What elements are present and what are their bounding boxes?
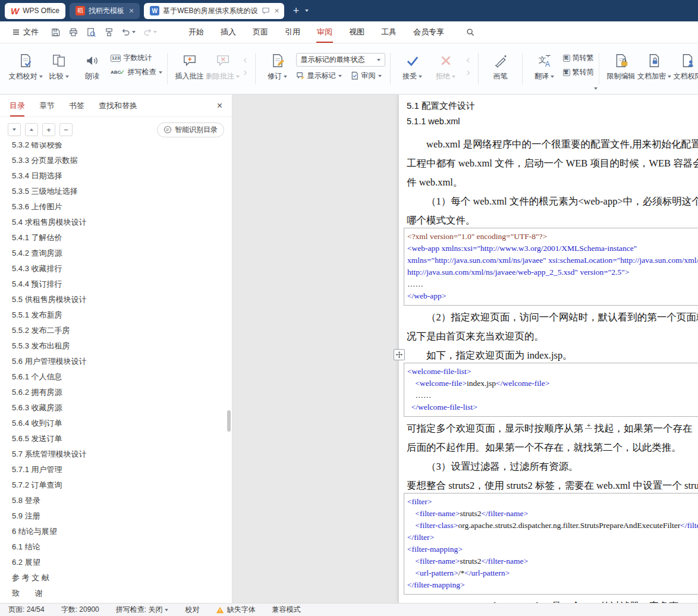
zoom-in-toc-button[interactable]: + — [42, 123, 55, 136]
search-button[interactable] — [466, 27, 475, 37]
toc-item[interactable]: 6 结论与展望 — [12, 524, 232, 539]
menu-tab-工具[interactable]: 工具 — [373, 21, 405, 43]
accept-change-button[interactable]: 接受 — [396, 46, 429, 81]
new-tab-button[interactable]: + — [288, 5, 304, 16]
smart-toc-button[interactable]: 智能识别目录 — [157, 122, 224, 137]
tab-list-dropdown-icon[interactable] — [305, 10, 309, 12]
save-button[interactable] — [48, 25, 62, 39]
toc-item[interactable]: 5.6.5 发送订单 — [12, 431, 232, 447]
toc-item[interactable]: 5.5 供租售房模块设计 — [12, 292, 232, 307]
toc-item[interactable]: 5.7 系统管理模块设计 — [12, 447, 232, 462]
toc-item[interactable]: 5.5.1 发布新房 — [12, 307, 232, 323]
docer-template-tab[interactable]: 稻 找稻壳模板 × — [70, 3, 140, 19]
compat-mode-indicator[interactable]: 兼容模式 — [272, 605, 300, 615]
toc-item[interactable]: 5.6 用户管理模块设计 — [12, 354, 232, 369]
collapse-all-button[interactable] — [8, 123, 21, 136]
toc-item[interactable]: 6.2 展望 — [12, 555, 232, 570]
toc-item[interactable]: 6.1 结论 — [12, 539, 232, 555]
doc-encrypt-button[interactable]: 文档加密 — [638, 46, 671, 81]
expand-all-button[interactable] — [25, 123, 38, 136]
menu-tab-插入[interactable]: 插入 — [212, 21, 244, 43]
document-tab[interactable]: W 基于WEB的房屋供求系统的设 × — [144, 3, 284, 19]
to-traditional-button[interactable]: 简 简转繁 — [563, 53, 594, 63]
toc-item[interactable]: 5.5.3 发布出租房 — [12, 338, 232, 354]
close-sidebar-button[interactable]: × — [217, 101, 222, 111]
reject-change-button[interactable]: 拒绝 — [429, 46, 463, 81]
spellcheck-indicator[interactable]: 拼写检查: 关闭 — [116, 605, 169, 615]
sidebar-tab-查找和替换[interactable]: 查找和替换 — [99, 95, 137, 117]
previous-comment-button[interactable] — [241, 56, 250, 64]
sidebar-tab-目录[interactable]: 目录 — [10, 95, 25, 117]
missing-font-warning[interactable]: 缺失字体 — [216, 605, 255, 615]
menu-tab-审阅[interactable]: 审阅 — [309, 21, 341, 43]
format-painter-button[interactable] — [102, 25, 116, 39]
redo-button[interactable] — [141, 27, 159, 37]
toc-item[interactable]: 5.7.1 用户管理 — [12, 462, 232, 477]
toc-item[interactable]: 5.4.3 收藏排行 — [12, 261, 232, 276]
toc-item[interactable]: 5.4.2 查询房源 — [12, 246, 232, 261]
toc-item[interactable]: 致 谢 — [12, 586, 232, 601]
doc-proof-button[interactable]: 文档校对 — [9, 46, 42, 81]
print-button[interactable] — [66, 25, 80, 39]
file-menu-button[interactable]: 文件 — [7, 27, 43, 37]
menu-tab-开始[interactable]: 开始 — [180, 21, 212, 43]
insert-comment-button[interactable]: 插入批注 — [173, 46, 206, 81]
track-changes-button[interactable]: 修订 — [261, 46, 294, 81]
restrict-edit-button[interactable]: 限制编辑 — [605, 46, 638, 81]
to-simplified-button[interactable]: 繁 繁转简 — [563, 67, 594, 77]
toc-item[interactable]: 5.6.4 收到订单 — [12, 416, 232, 431]
compare-button[interactable]: 比较 — [42, 46, 76, 81]
word-count-indicator[interactable]: 字数: 20900 — [61, 605, 99, 615]
menu-tab-引用[interactable]: 引用 — [276, 21, 309, 43]
proofread-button[interactable]: 校对 — [185, 605, 199, 615]
pen-button[interactable]: 画笔 — [484, 46, 517, 81]
close-template-tab-icon[interactable]: × — [129, 7, 134, 15]
word-count-button[interactable]: 123 字数统计 — [111, 53, 162, 63]
object-move-handle[interactable] — [394, 349, 405, 360]
toc-item[interactable]: 5.3.4 日期选择 — [12, 168, 232, 184]
next-comment-button[interactable] — [241, 69, 250, 77]
sidebar-scrollbar[interactable] — [227, 144, 231, 602]
undo-dropdown-icon[interactable] — [132, 31, 136, 33]
menu-tab-页面[interactable]: 页面 — [244, 21, 276, 43]
print-preview-button[interactable] — [84, 25, 98, 39]
sidebar-tab-章节[interactable]: 章节 — [39, 95, 55, 117]
toc-item[interactable]: 5.3.3 分页显示数据 — [12, 153, 232, 168]
toc-item[interactable]: 5.4 求租售房模块设计 — [12, 215, 232, 230]
previous-change-button[interactable] — [464, 56, 473, 64]
translate-button[interactable]: 文A 翻译 — [528, 46, 561, 81]
toc-item[interactable]: 5.8 登录 — [12, 493, 232, 508]
page-indicator[interactable]: 页面: 24/54 — [8, 605, 45, 615]
toc-item[interactable]: 5.9 注册 — [12, 508, 232, 524]
toc-item[interactable]: 5.4.1 了解估价 — [12, 230, 232, 246]
close-document-icon[interactable]: × — [275, 7, 279, 15]
zoom-out-toc-button[interactable]: − — [59, 123, 73, 136]
toc-item[interactable]: 参 考 文 献 — [12, 570, 232, 586]
spell-check-button[interactable]: ABC✓ 拼写检查 — [111, 67, 162, 77]
show-markup-button[interactable]: 显示标记 — [296, 71, 342, 81]
read-aloud-button[interactable]: 朗读 — [76, 46, 109, 81]
redo-dropdown-icon[interactable] — [153, 31, 157, 33]
wps-home-tab[interactable]: W WPS Office — [5, 3, 65, 19]
menu-tab-会员专享[interactable]: 会员专享 — [405, 21, 452, 43]
toc-item[interactable]: 5.6.1 个人信息 — [12, 369, 232, 385]
menu-tab-视图[interactable]: 视图 — [341, 21, 373, 43]
toc-item[interactable]: 5.6.3 收藏房源 — [12, 400, 232, 416]
markup-state-dropdown[interactable]: 显示标记的最终状态 — [296, 53, 385, 67]
toc-item[interactable]: 5.7.2 订单查询 — [12, 477, 232, 493]
revision-insert-marker[interactable]: + — [585, 423, 592, 429]
document-page[interactable]: 5.1 配置文件设计5.1.1 web.xmlweb.xml 是网络程序中的一个… — [399, 95, 698, 603]
toc-item[interactable]: 5.5.2 发布二手房 — [12, 323, 232, 338]
toc-item[interactable]: 5.3.2 错误校验 — [12, 142, 232, 153]
next-change-button[interactable] — [464, 69, 473, 77]
delete-comment-button[interactable]: 删除批注 — [206, 46, 240, 81]
doc-permission-button[interactable]: 文档权限 — [671, 46, 698, 81]
toc-item[interactable]: 5.3.6 上传图片 — [12, 199, 232, 215]
undo-button[interactable] — [120, 27, 137, 37]
review-mode-button[interactable]: 审阅 — [350, 71, 382, 81]
scrollbar-thumb[interactable] — [227, 410, 231, 432]
group-expander-icon[interactable] — [594, 87, 598, 90]
toc-item[interactable]: 5.3.5 三级地址选择 — [12, 184, 232, 199]
toc-item[interactable]: 5.6.2 拥有房源 — [12, 385, 232, 400]
sidebar-tab-书签[interactable]: 书签 — [69, 95, 84, 117]
